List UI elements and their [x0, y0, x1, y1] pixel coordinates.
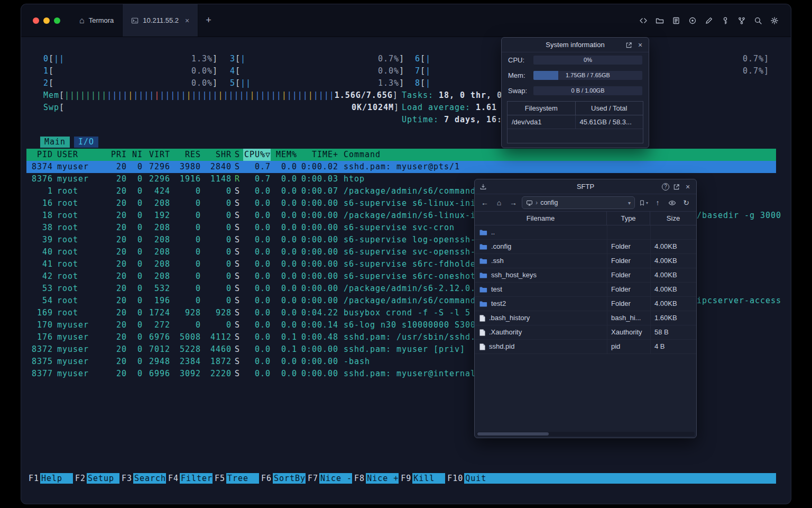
minimize-window-button[interactable]: [43, 17, 50, 24]
file-row[interactable]: ..: [475, 225, 696, 240]
htop-tab-io[interactable]: I/O: [74, 137, 98, 148]
file-row[interactable]: .bash_historybash_hi...1.60KB: [475, 311, 696, 325]
home-button[interactable]: ⌂: [493, 197, 505, 208]
close-tab-icon[interactable]: ×: [185, 16, 189, 25]
cell-shr: 0: [201, 283, 232, 295]
file-row[interactable]: .sshFolder4.00KB: [475, 254, 696, 268]
col-header-ni[interactable]: NI: [127, 149, 143, 161]
htop-tab-main[interactable]: Main: [40, 137, 70, 148]
fnkey-F6[interactable]: F6: [259, 473, 273, 484]
bookmark-button[interactable]: ▾: [638, 197, 649, 208]
edit-icon[interactable]: [704, 16, 714, 25]
search-icon[interactable]: [753, 16, 763, 25]
fnkey-F1[interactable]: F1: [26, 473, 40, 484]
col-used-total: Used / Total: [576, 102, 643, 115]
file-row[interactable]: .configFolder4.00KB: [475, 240, 696, 254]
file-row[interactable]: ssh_host_keysFolder4.00KB: [475, 268, 696, 283]
fnlabel-F6[interactable]: SortBy: [273, 473, 306, 484]
col-header-time[interactable]: TIME+: [297, 149, 338, 161]
col-header-pid[interactable]: PID: [26, 149, 53, 161]
cell-mem: 0.1: [271, 331, 297, 343]
fnkey-F7[interactable]: F7: [306, 473, 319, 484]
col-header-res[interactable]: RES: [170, 149, 201, 161]
folder-icon[interactable]: [655, 16, 665, 25]
fnlabel-F2[interactable]: Setup: [87, 473, 119, 484]
code-icon[interactable]: [639, 16, 648, 25]
file-name-cell[interactable]: .ssh: [475, 254, 607, 268]
chevron-down-icon[interactable]: ▾: [628, 200, 631, 206]
col-header-user[interactable]: USER: [57, 149, 106, 161]
help-icon[interactable]: ?: [662, 183, 669, 190]
file-name-cell[interactable]: .config: [475, 240, 607, 253]
log-icon[interactable]: [671, 16, 681, 25]
parent-directory-button[interactable]: ↑: [652, 197, 663, 208]
col-header-mem[interactable]: MEM%: [271, 149, 297, 161]
open-in-window-icon[interactable]: [623, 38, 634, 52]
tab-termora-home[interactable]: ⌂ Termora: [71, 4, 122, 37]
fnkey-F3[interactable]: F3: [119, 473, 133, 484]
file-name-cell[interactable]: test2: [475, 297, 607, 311]
process-row[interactable]: 8374myuser200729639802840S0.70.00:00.02s…: [26, 161, 776, 173]
cell-time: 0:00.00: [297, 343, 338, 356]
fnkey-F4[interactable]: F4: [166, 473, 180, 484]
col-header-shr[interactable]: SHR: [201, 149, 232, 161]
download-icon[interactable]: [478, 179, 488, 194]
fnlabel-F5[interactable]: Tree: [226, 473, 259, 484]
file-row[interactable]: testFolder4.00KB: [475, 283, 696, 297]
fnlabel-F1[interactable]: Help: [40, 473, 73, 484]
fnlabel-F3[interactable]: Search: [133, 473, 166, 484]
settings-icon[interactable]: [770, 16, 779, 25]
new-tab-button[interactable]: +: [198, 15, 219, 26]
col-header-pri[interactable]: PRI: [106, 149, 127, 161]
key-icon[interactable]: [721, 16, 730, 25]
record-icon[interactable]: [688, 16, 697, 25]
close-icon[interactable]: ×: [635, 38, 645, 52]
back-button[interactable]: ←: [479, 197, 491, 208]
fnkey-F5[interactable]: F5: [213, 473, 226, 484]
breadcrumb-current[interactable]: config: [540, 199, 558, 206]
file-row[interactable]: sshd.pidpid4 B: [475, 340, 696, 354]
cell-shr: 0: [201, 270, 232, 283]
fnkey-F2[interactable]: F2: [73, 473, 87, 484]
col-type[interactable]: Type: [607, 212, 650, 225]
fnlabel-F8[interactable]: Nice +: [366, 473, 399, 484]
col-header-s[interactable]: S: [232, 149, 243, 161]
branch-icon[interactable]: [737, 16, 746, 25]
close-icon[interactable]: ×: [682, 179, 693, 194]
cell-time: 0:00.00: [297, 283, 338, 295]
file-name-cell[interactable]: .Xauthority: [475, 325, 607, 339]
open-in-window-icon[interactable]: [671, 179, 681, 194]
col-header-cmd[interactable]: Command: [344, 149, 776, 161]
cell-pid: 176: [26, 331, 53, 343]
fnkey-F10[interactable]: F10: [445, 473, 464, 484]
file-row[interactable]: test2Folder4.00KB: [475, 297, 696, 311]
scrollbar-thumb[interactable]: [477, 432, 549, 436]
col-filename[interactable]: Filename: [475, 212, 607, 225]
close-window-button[interactable]: [33, 17, 39, 24]
fnkey-F8[interactable]: F8: [352, 473, 366, 484]
fnlabel-F10[interactable]: Quit: [464, 473, 497, 484]
file-name-cell[interactable]: sshd.pid: [475, 340, 607, 353]
file-name-cell[interactable]: ..: [475, 225, 607, 239]
path-breadcrumb[interactable]: › config ▾: [522, 196, 635, 209]
tab-ssh-session[interactable]: 10.211.55.2 ×: [122, 4, 198, 37]
zoom-window-button[interactable]: [54, 17, 60, 24]
app-window: ⌂ Termora 10.211.55.2 × + Mem[||||||||||…: [21, 4, 791, 504]
col-size[interactable]: Size: [650, 212, 696, 225]
fnlabel-F4[interactable]: Filter: [180, 473, 213, 484]
refresh-button[interactable]: ↻: [680, 197, 692, 208]
file-name-cell[interactable]: test: [475, 283, 607, 296]
toggle-hidden-files-button[interactable]: [666, 197, 678, 208]
fnlabel-F7[interactable]: Nice -: [319, 473, 352, 484]
col-header-virt[interactable]: VIRT: [143, 149, 170, 161]
cell-s: S: [232, 185, 243, 197]
file-name-cell[interactable]: .bash_history: [475, 311, 607, 325]
sftp-toolbar: ← ⌂ → › config ▾ ▾ ↑ ↻: [475, 194, 696, 211]
fnkey-F9[interactable]: F9: [399, 473, 412, 484]
forward-button[interactable]: →: [508, 197, 519, 208]
file-row[interactable]: .XauthorityXauthority58 B: [475, 325, 696, 340]
horizontal-scrollbar[interactable]: [476, 432, 695, 436]
fnlabel-F9[interactable]: Kill: [412, 473, 445, 484]
col-header-cpu[interactable]: CPU%▽: [243, 149, 271, 161]
file-name-cell[interactable]: ssh_host_keys: [475, 268, 607, 282]
